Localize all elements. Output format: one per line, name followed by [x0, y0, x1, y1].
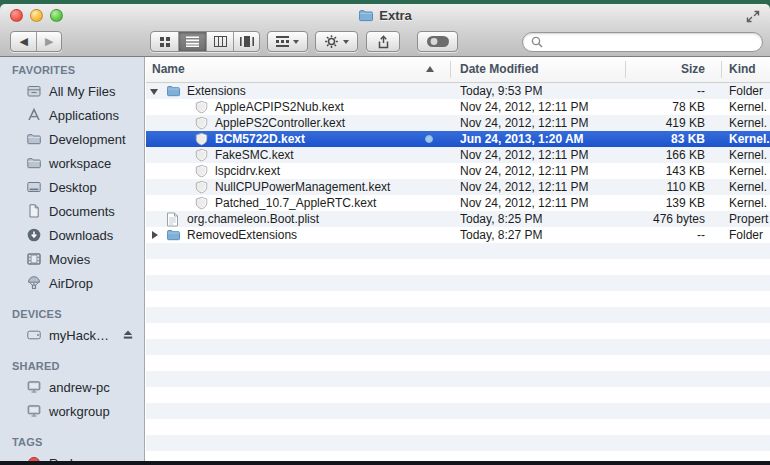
- sidebar-item-movies[interactable]: Movies: [0, 247, 144, 271]
- icon-view-button[interactable]: [151, 32, 178, 51]
- cell-date-modified: Nov 24, 2012, 12:11 PM: [460, 163, 620, 179]
- table-row-extensions[interactable]: ExtensionsToday, 9:53 PM--Folder: [146, 83, 770, 99]
- gray-tag-dot: [425, 135, 433, 143]
- sidebar-item-label: Documents: [49, 204, 115, 219]
- downloads-icon: [26, 227, 42, 243]
- cell-size: 166 KB: [625, 147, 705, 163]
- search-input[interactable]: [547, 34, 754, 50]
- table-row-removedextensions[interactable]: RemovedExtensionsToday, 8:27 PM--Folder: [146, 227, 770, 243]
- kext-shield-icon: [194, 116, 209, 130]
- cell-kind: Kernel.: [729, 99, 770, 115]
- titlebar[interactable]: Extra: [0, 4, 770, 26]
- sidebar-heading-tags: TAGS: [0, 433, 144, 451]
- cell-kind: Kernel.: [729, 195, 770, 211]
- sidebar-item-red[interactable]: Red: [0, 451, 144, 461]
- cell-kind: Propert: [729, 211, 770, 227]
- sidebar-section-gap: [0, 423, 144, 433]
- table-row-bcm5722d-kext[interactable]: BCM5722D.kextJun 24, 2013, 1:20 AM83 KBK…: [146, 131, 770, 147]
- sidebar-item-label: Downloads: [49, 228, 113, 243]
- computer-icon: [26, 403, 42, 419]
- cell-date-modified: Today, 8:27 PM: [460, 227, 620, 243]
- column-header-date-modified[interactable]: Date Modified: [460, 57, 539, 82]
- file-name: NullCPUPowerManagement.kext: [215, 179, 390, 195]
- back-button[interactable]: ◀: [11, 32, 36, 51]
- cell-kind: Kernel.: [729, 163, 770, 179]
- window-body: FAVORITESAll My FilesApplicationsDevelop…: [0, 57, 770, 461]
- share-button[interactable]: [366, 31, 400, 52]
- forward-arrow-icon: ▶: [45, 35, 53, 48]
- cell-name: FakeSMC.kext: [146, 147, 450, 163]
- cell-name: lspcidrv.kext: [146, 163, 450, 179]
- forward-button[interactable]: ▶: [36, 32, 61, 51]
- column-header-kind[interactable]: Kind: [729, 57, 756, 82]
- table-row-patched-10-7-applertc-kext[interactable]: Patched_10.7_AppleRTC.kextNov 24, 2012, …: [146, 195, 770, 211]
- table-row-fakesmc-kext[interactable]: FakeSMC.kextNov 24, 2012, 12:11 PM166 KB…: [146, 147, 770, 163]
- disclosure-triangle-expanded[interactable]: [150, 87, 160, 96]
- kext-shield-icon: [194, 180, 209, 194]
- all-my-files-icon: [26, 83, 42, 99]
- disclosure-triangle-collapsed[interactable]: [150, 231, 160, 240]
- arrange-button[interactable]: [267, 31, 308, 52]
- table-row-nullcpupowermanagement-kext[interactable]: NullCPUPowerManagement.kextNov 24, 2012,…: [146, 179, 770, 195]
- sidebar-item-development[interactable]: Development: [0, 127, 144, 151]
- list-header: Name Date Modified Size Kind: [146, 57, 770, 83]
- blue-folder-icon: [166, 84, 181, 98]
- sidebar-item-workspace[interactable]: workspace: [0, 151, 144, 175]
- view-switcher: [150, 31, 260, 52]
- search-field[interactable]: [522, 32, 763, 52]
- sidebar-item-applications[interactable]: Applications: [0, 103, 144, 127]
- cell-name: RemovedExtensions: [146, 227, 450, 243]
- table-row-appleacpips2nub-kext[interactable]: AppleACPIPS2Nub.kextNov 24, 2012, 12:11 …: [146, 99, 770, 115]
- cell-date-modified: Nov 24, 2012, 12:11 PM: [460, 115, 620, 131]
- column-header-size[interactable]: Size: [625, 57, 705, 82]
- kext-shield-icon: [194, 196, 209, 210]
- kext-shield-icon: [194, 132, 209, 146]
- cell-date-modified: Nov 24, 2012, 12:11 PM: [460, 195, 620, 211]
- cell-name: AppleACPIPS2Nub.kext: [146, 99, 450, 115]
- chevron-down-icon: [293, 40, 299, 44]
- action-button[interactable]: [315, 31, 358, 52]
- sidebar-item-all-my-files[interactable]: All My Files: [0, 79, 144, 103]
- file-name: FakeSMC.kext: [215, 147, 294, 163]
- cell-date-modified: Today, 9:53 PM: [460, 83, 620, 99]
- file-name: AppleACPIPS2Nub.kext: [215, 99, 344, 115]
- cell-kind: Kernel.: [729, 179, 770, 195]
- column-divider[interactable]: [721, 61, 722, 78]
- share-icon: [376, 35, 391, 49]
- sidebar-item-label: myHack…: [49, 328, 109, 343]
- eject-icon[interactable]: [120, 327, 134, 341]
- dock-edge-strip: [0, 461, 770, 465]
- sidebar-item-desktop[interactable]: Desktop: [0, 175, 144, 199]
- list-view-button[interactable]: [178, 32, 206, 51]
- cell-date-modified: Nov 24, 2012, 12:11 PM: [460, 179, 620, 195]
- table-row-lspcidrv-kext[interactable]: lspcidrv.kextNov 24, 2012, 12:11 PM143 K…: [146, 163, 770, 179]
- movies-icon: [26, 251, 42, 267]
- finder-window: Extra ◀ ▶: [0, 0, 770, 465]
- tags-toggle-button[interactable]: [417, 31, 458, 52]
- sidebar-item-workgroup[interactable]: workgroup: [0, 399, 144, 423]
- toggle-pill-icon: [427, 36, 449, 47]
- column-header-name[interactable]: Name: [152, 57, 185, 82]
- sidebar-item-myhack[interactable]: myHack…: [0, 323, 144, 347]
- desktop-icon: [26, 179, 42, 195]
- sidebar-item-documents[interactable]: Documents: [0, 199, 144, 223]
- fullscreen-arrows-icon[interactable]: [746, 10, 762, 24]
- table-row-appleps2controller-kext[interactable]: ApplePS2Controller.kextNov 24, 2012, 12:…: [146, 115, 770, 131]
- coverflow-view-button[interactable]: [233, 32, 259, 51]
- file-name: ApplePS2Controller.kext: [215, 115, 345, 131]
- file-name: RemovedExtensions: [187, 227, 297, 243]
- sidebar-heading-favorites: FAVORITES: [0, 61, 144, 79]
- table-row-org-chameleon-boot-plist[interactable]: org.chameleon.Boot.plistToday, 8:25 PM47…: [146, 211, 770, 227]
- search-icon: [531, 36, 543, 48]
- column-view-button[interactable]: [206, 32, 233, 51]
- documents-icon: [26, 203, 42, 219]
- sidebar-item-andrew-pc[interactable]: andrew-pc: [0, 375, 144, 399]
- column-divider[interactable]: [450, 61, 451, 78]
- gear-icon: [324, 34, 339, 49]
- cell-size: 139 KB: [625, 195, 705, 211]
- sidebar-item-downloads[interactable]: Downloads: [0, 223, 144, 247]
- cell-date-modified: Today, 8:25 PM: [460, 211, 620, 227]
- sidebar-item-label: workspace: [49, 156, 111, 171]
- applications-icon: [26, 107, 42, 123]
- sidebar-item-airdrop[interactable]: AirDrop: [0, 271, 144, 295]
